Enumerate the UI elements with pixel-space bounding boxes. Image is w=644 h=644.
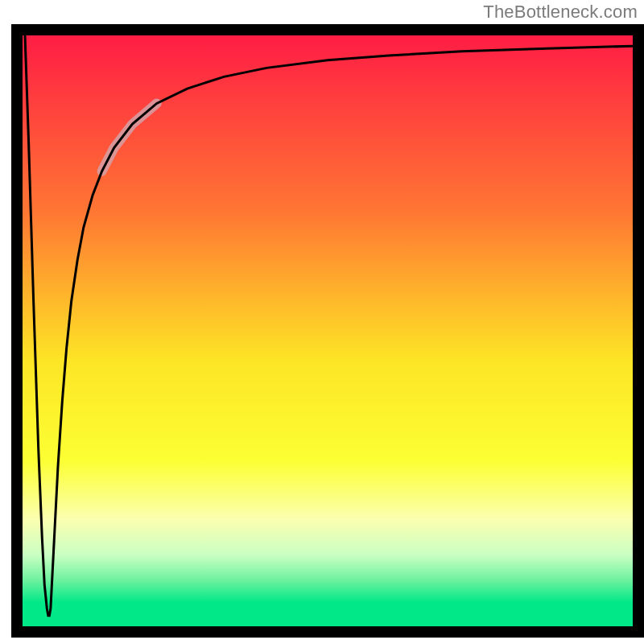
plot-background — [23, 35, 633, 626]
bottleneck-chart — [0, 0, 644, 644]
chart-container: TheBottleneck.com — [0, 0, 644, 644]
attribution-label: TheBottleneck.com — [483, 2, 638, 23]
